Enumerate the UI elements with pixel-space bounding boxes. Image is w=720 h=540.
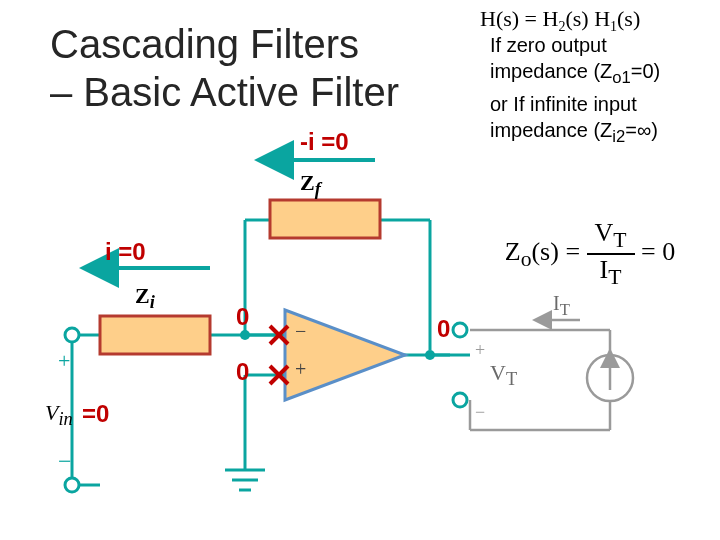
ground-icon: [225, 470, 265, 490]
amp-minus: −: [295, 320, 306, 343]
vt-minus: −: [475, 402, 485, 423]
svg-point-15: [453, 323, 467, 337]
component-zi: [100, 316, 210, 354]
ann-neg-i-eq0: -i =0: [300, 128, 349, 156]
vt-plus: +: [475, 340, 485, 361]
svg-point-21: [425, 350, 435, 360]
amp-plus: +: [295, 358, 306, 381]
svg-point-14: [65, 478, 79, 492]
label-vin: Vin: [45, 400, 73, 430]
label-vin-zero: =0: [82, 400, 109, 428]
svg-point-20: [240, 330, 250, 340]
svg-point-13: [65, 328, 79, 342]
label-zi: Zi: [135, 283, 155, 313]
ann-zero-top: 0: [236, 303, 249, 331]
circuit-diagram: [0, 0, 720, 540]
label-vt: VT: [490, 360, 517, 390]
ann-zero-bot: 0: [236, 358, 249, 386]
svg-point-16: [453, 393, 467, 407]
ann-zero-out: 0: [437, 315, 450, 343]
component-zf: [270, 200, 380, 238]
ann-i-eq0: i =0: [105, 238, 146, 266]
label-it: IT: [553, 292, 570, 320]
label-zf: Zf: [300, 170, 321, 200]
vin-plus: +: [58, 348, 70, 374]
vin-minus: −: [58, 448, 72, 475]
